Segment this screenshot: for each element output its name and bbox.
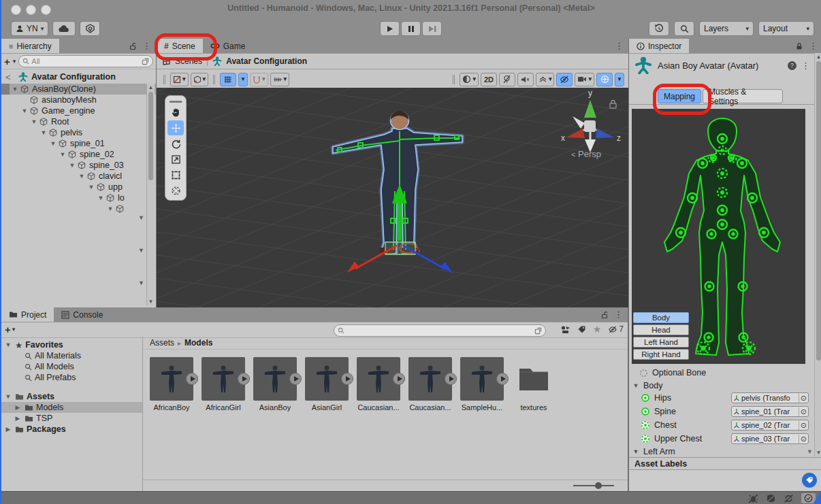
asset-thumbnail[interactable] (460, 357, 504, 401)
hidden-count-toggle[interactable]: 7 (608, 324, 624, 334)
bone-object-field[interactable]: spine_03 (Trar⊙ (731, 433, 809, 444)
measure-tool-dropdown[interactable]: ▾ (270, 73, 290, 86)
bone-object-field[interactable]: spine_01 (Trar⊙ (731, 406, 809, 417)
create-asset-dropdown-icon[interactable]: ▾ (12, 326, 16, 333)
tree-item-spine-02[interactable]: ▼spine_02 (1, 149, 156, 160)
hierarchy-menu-icon[interactable]: ⋮ (142, 41, 151, 51)
effects-dropdown[interactable]: ▾ (536, 73, 555, 86)
hidden-objects-toggle[interactable] (556, 73, 573, 86)
inspector-menu-icon[interactable]: ⋮ (809, 41, 818, 51)
bone-object-field[interactable]: pelvis (Transfo⊙ (731, 392, 809, 403)
rotate-tool[interactable] (167, 136, 184, 151)
collab-sync-disabled-icon[interactable] (784, 494, 794, 503)
create-object-button[interactable]: + (4, 56, 10, 67)
lock-icon[interactable] (795, 42, 803, 50)
shading-mode-dropdown[interactable]: ▾ (460, 73, 479, 86)
tab-game[interactable]: Game (203, 39, 253, 53)
help-icon[interactable]: ? (788, 61, 796, 70)
expand-icon[interactable]: ▼ (68, 162, 76, 169)
favorites-root[interactable]: ▼★Favorites (1, 339, 142, 350)
folder-item-tsp[interactable]: ▶TSP (1, 413, 142, 424)
expand-icon[interactable]: ▼ (11, 86, 19, 93)
breadcrumb-current[interactable]: Avatar Configuration (226, 56, 307, 66)
step-button[interactable] (422, 21, 442, 36)
bone-object-field[interactable]: spine_02 (Trar⊙ (731, 420, 809, 431)
layers-dropdown[interactable]: Layers▾ (699, 21, 754, 36)
favorite-search-icon[interactable]: ★ (593, 324, 602, 335)
part-button-right-hand[interactable]: Right Hand (633, 349, 689, 360)
rect-tool[interactable] (167, 167, 184, 182)
asset-labels-header[interactable]: Asset Labels (629, 457, 821, 470)
back-button[interactable]: < (5, 72, 15, 82)
projection-label[interactable]: < Persp (571, 149, 601, 159)
expand-icon-clipped[interactable]: ▼ (138, 280, 144, 286)
hierarchy-scrollbar[interactable]: ▲ ▼ (146, 84, 155, 305)
expand-icon[interactable]: ▼ (87, 184, 95, 190)
asset-thumbnail[interactable] (305, 357, 349, 401)
expand-icon[interactable]: ▼ (30, 118, 38, 125)
breadcrumb-assets[interactable]: Assets (150, 338, 174, 348)
tree-item-spine-03[interactable]: ▼spine_03 (1, 160, 156, 171)
layout-dropdown[interactable]: Layout▾ (758, 21, 814, 36)
tree-item-game-engine[interactable]: ▼Game_engine (1, 105, 156, 116)
object-picker-icon[interactable]: ⊙ (799, 394, 807, 403)
2d-mode-toggle[interactable]: 2D (481, 73, 497, 86)
expand-asset-icon[interactable] (445, 373, 457, 385)
expand-asset-icon[interactable] (496, 373, 509, 385)
unlock-icon[interactable] (129, 42, 137, 50)
add-label-button[interactable] (802, 473, 817, 488)
tree-item-lo[interactable]: ▼lo (1, 192, 156, 203)
tree-item-root[interactable]: ▼Root (1, 116, 156, 127)
breadcrumb-scenes[interactable]: Scenes (175, 56, 202, 66)
orientation-gizmo[interactable]: y x z (561, 88, 621, 152)
play-button[interactable] (380, 21, 400, 36)
scene-menu-icon[interactable]: ⋮ (615, 41, 624, 51)
object-picker-icon[interactable]: ⊙ (799, 421, 807, 430)
asset-item-caucasian[interactable]: Caucasian... (408, 357, 452, 411)
scene-visibility-toggle[interactable]: ▾ (191, 73, 209, 86)
expand-asset-icon[interactable] (341, 373, 353, 385)
gizmos-dropdown[interactable]: ▾ (615, 73, 624, 86)
tab-inspector[interactable]: Inspector (629, 39, 689, 53)
favorite-item-all-models[interactable]: All Models (1, 361, 142, 372)
inspector-scrollbar[interactable]: ▲ ▼ (814, 53, 821, 456)
search-everything-button[interactable] (674, 21, 694, 36)
section-body[interactable]: ▼Body (629, 380, 821, 391)
asset-thumbnail[interactable] (202, 357, 245, 401)
tab-console[interactable]: Console (54, 307, 110, 322)
expand-icon[interactable]: ▼ (106, 205, 114, 212)
expand-asset-icon[interactable] (238, 373, 250, 385)
object-picker-icon[interactable]: ⊙ (799, 407, 807, 416)
grid-visibility-toggle[interactable] (220, 73, 236, 86)
scroll-down-icon[interactable]: ▼ (807, 448, 813, 455)
asset-thumbnail[interactable] (512, 357, 556, 401)
scene-audio-toggle[interactable] (517, 73, 534, 86)
gizmos-toggle[interactable] (596, 73, 613, 86)
thumbnail-zoom-slider[interactable] (573, 485, 614, 486)
scene-viewport[interactable]: y x z < Persp ▬▬ (157, 88, 628, 307)
expand-icon[interactable]: ▼ (97, 195, 105, 201)
project-menu-icon[interactable]: ⋮ (614, 309, 623, 320)
breadcrumb-models[interactable]: Models (184, 338, 212, 348)
asset-item-asianboy[interactable]: AsianBoy (253, 357, 297, 411)
expand-icon[interactable]: ▼ (59, 151, 67, 158)
expand-icon[interactable]: ▼ (39, 129, 48, 136)
tree-item-spine-01[interactable]: ▼spine_01 (1, 138, 156, 149)
part-button-head[interactable]: Head (633, 324, 689, 335)
snap-toggle[interactable]: ▾ (250, 73, 268, 86)
tree-item-pelvis[interactable]: ▼pelvis (1, 127, 156, 138)
tab-mapping[interactable]: Mapping (658, 89, 701, 103)
expand-asset-icon[interactable] (289, 373, 302, 385)
expand-icon-clipped[interactable]: ▼ (138, 247, 144, 254)
scale-tool[interactable] (167, 152, 184, 167)
asset-thumbnail[interactable] (408, 357, 452, 401)
tree-item-upp[interactable]: ▼upp (1, 182, 156, 192)
tree-item-asianboymesh[interactable]: asianboyMesh (1, 95, 156, 105)
account-button[interactable]: YN▾ (11, 21, 48, 36)
expand-asset-icon[interactable] (393, 373, 405, 385)
asset-item-africangirl[interactable]: AfricanGirl (202, 357, 245, 411)
search-by-label-icon[interactable] (577, 325, 586, 334)
tab-muscles-settings[interactable]: Muscles & Settings (703, 89, 783, 103)
part-button-body[interactable]: Body (633, 312, 689, 323)
hand-tool[interactable] (167, 105, 184, 120)
